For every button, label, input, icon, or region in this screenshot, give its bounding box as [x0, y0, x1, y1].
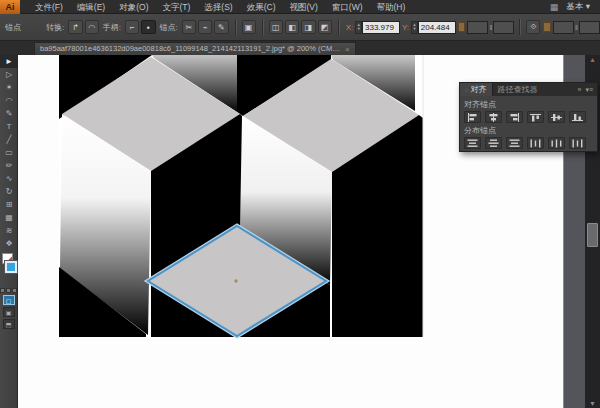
collapse-panel-icon[interactable]: » [577, 86, 581, 93]
link-dimensions-icon[interactable]: ‖ [489, 24, 492, 31]
selection-tool-icon[interactable]: ► [0, 55, 18, 68]
isolate-selection-button[interactable]: ▣ [242, 20, 256, 34]
document-tab-bar: ba95aaf78001e4636132d09ae00818c6_1109914… [0, 41, 600, 55]
workspace-switcher[interactable]: 基本 ▾ [566, 1, 590, 13]
gradient-tool-icon[interactable]: ≋ [0, 224, 18, 237]
menu-view[interactable]: 视图(V) [283, 0, 325, 14]
illustrator-window: Ai 文件(F) 编辑(E) 对象(O) 文字(T) 选择(S) 效果(C) 视… [0, 0, 600, 408]
remove-anchor-button[interactable]: ✂ [182, 20, 196, 34]
color-button[interactable] [0, 288, 5, 293]
tools-panel: ► ▷ ✶ ◠ ✎ T ╱ ▭ ✏ ∿ ↻ ⊞ ▦ ≋ ❖ ▢ [0, 55, 18, 408]
constrain-icon[interactable] [543, 22, 551, 32]
convert-to-corner-button[interactable]: ↱ [68, 20, 82, 34]
menu-help[interactable]: 帮助(H) [370, 0, 413, 14]
draw-behind-button[interactable]: ▣ [3, 307, 15, 317]
rotate-tool-icon[interactable]: ↻ [0, 185, 18, 198]
pencil-tool-icon[interactable]: ∿ [0, 172, 18, 185]
x-spinner[interactable]: ▲▼ [355, 21, 362, 34]
paintbrush-tool-icon[interactable]: ✏ [0, 159, 18, 172]
menu-bar: Ai 文件(F) 编辑(E) 对象(O) 文字(T) 选择(S) 效果(C) 视… [0, 0, 600, 14]
close-document-icon[interactable]: × [345, 45, 350, 54]
tab-pathfinder[interactable]: 路径查找器 [493, 83, 543, 96]
magic-wand-tool-icon[interactable]: ✶ [0, 81, 18, 94]
panel-menu-icon[interactable]: ▾≡ [585, 86, 593, 94]
align-left-icon[interactable] [464, 111, 481, 123]
y-label: Y: [402, 23, 409, 32]
draw-normal-button[interactable]: ▢ [3, 295, 15, 305]
show-handles-button[interactable]: ⌐ [125, 20, 139, 34]
link-icon-2[interactable]: ‖ [575, 24, 578, 31]
menu-select[interactable]: 选择(S) [197, 0, 239, 14]
distribute-left-icon[interactable] [527, 137, 544, 149]
convert-label: 转换: [46, 22, 64, 33]
menu-window[interactable]: 窗口(W) [325, 0, 370, 14]
connect-endpoints-button[interactable]: ⌁ [198, 20, 212, 34]
width-field[interactable] [467, 21, 488, 34]
scroll-down-icon[interactable]: ▼ [585, 400, 600, 407]
align-mini-button-1[interactable]: ◫ [269, 20, 283, 34]
x-coordinate-field[interactable]: 333.979 [362, 21, 400, 34]
center-anchor-dot [234, 279, 237, 282]
menu-file[interactable]: 文件(F) [28, 0, 70, 14]
separator [338, 19, 339, 35]
distribute-hcenter-icon[interactable] [548, 137, 565, 149]
align-hcenter-icon[interactable] [485, 111, 502, 123]
screen-mode-button[interactable]: ⬒ [3, 319, 15, 329]
menu-effect[interactable]: 效果(C) [240, 0, 283, 14]
align-bottom-icon[interactable] [569, 111, 586, 123]
mesh-tool-icon[interactable]: ▦ [0, 211, 18, 224]
menu-type[interactable]: 文字(T) [155, 0, 197, 14]
control-bar: 锚点 转换: ↱ ◠ 手柄: ⌐ ▪ 锚点: ✂ ⌁ ✎ ▣ ◫ ◧ ◨ ◩ X… [0, 14, 600, 41]
scrollbar-thumb[interactable] [587, 223, 598, 247]
menu-edit[interactable]: 编辑(E) [70, 0, 112, 14]
lasso-tool-icon[interactable]: ◠ [0, 94, 18, 107]
height-field[interactable] [493, 21, 514, 34]
anchor-point-label: 锚点 [5, 22, 21, 33]
distribute-vcenter-icon[interactable] [485, 137, 502, 149]
arrange-documents-icon[interactable]: ▦ [550, 2, 559, 12]
distribute-top-icon[interactable] [464, 137, 481, 149]
tab-align[interactable]: ◌ 对齐 [460, 83, 493, 96]
y-spinner[interactable]: ▲▼ [411, 21, 418, 34]
convert-to-smooth-button[interactable]: ◠ [85, 20, 99, 34]
align-mini-button-4[interactable]: ◩ [318, 20, 332, 34]
reference-point-icon[interactable] [458, 22, 466, 32]
align-buttons-row [464, 111, 593, 123]
align-top-icon[interactable] [527, 111, 544, 123]
pen-tool-icon[interactable]: ✎ [0, 107, 18, 120]
distribute-section-label: 分布锚点 [464, 125, 593, 136]
document-title: ba95aaf78001e4636132d09ae00818c6_1109914… [40, 44, 340, 54]
none-button[interactable] [12, 288, 17, 293]
align-vmiddle-icon[interactable] [548, 111, 565, 123]
document-tab[interactable]: ba95aaf78001e4636132d09ae00818c6_1109914… [34, 42, 356, 55]
hide-handles-button[interactable]: ▪ [141, 20, 155, 34]
align-right-icon[interactable] [506, 111, 523, 123]
type-tool-icon[interactable]: T [0, 120, 18, 133]
extra-field-1[interactable] [553, 21, 574, 34]
menu-object[interactable]: 对象(O) [112, 0, 155, 14]
distribute-buttons-row [464, 137, 593, 149]
panel-tab-icon: ◌ [465, 87, 469, 93]
distribute-bottom-icon[interactable] [506, 137, 523, 149]
y-coordinate-field[interactable]: 204.484 [418, 21, 456, 34]
scroll-up-icon[interactable]: ▲ [585, 56, 600, 63]
stroke-swatch[interactable] [5, 261, 17, 273]
line-tool-icon[interactable]: ╱ [0, 133, 18, 146]
transform-button[interactable]: ⟐ [526, 20, 540, 34]
extra-field-2[interactable] [579, 21, 600, 34]
app-logo-icon[interactable]: Ai [0, 0, 20, 14]
rectangle-tool-icon[interactable]: ▭ [0, 146, 18, 159]
align-mini-button-3[interactable]: ◨ [301, 20, 315, 34]
hand-tool-icon[interactable]: ❖ [0, 237, 18, 250]
separator [262, 19, 263, 35]
separator [519, 19, 520, 35]
distribute-right-icon[interactable] [569, 137, 586, 149]
cut-path-button[interactable]: ✎ [214, 20, 228, 34]
align-mini-button-2[interactable]: ◧ [285, 20, 299, 34]
anchor-ops-label: 锚点: [160, 22, 178, 33]
fill-stroke-swatches [0, 252, 18, 286]
gradient-button[interactable] [6, 288, 11, 293]
scale-tool-icon[interactable]: ⊞ [0, 198, 18, 211]
direct-selection-tool-icon[interactable]: ▷ [0, 68, 18, 81]
align-panel-header: ◌ 对齐 路径查找器 » ▾≡ [460, 83, 597, 96]
